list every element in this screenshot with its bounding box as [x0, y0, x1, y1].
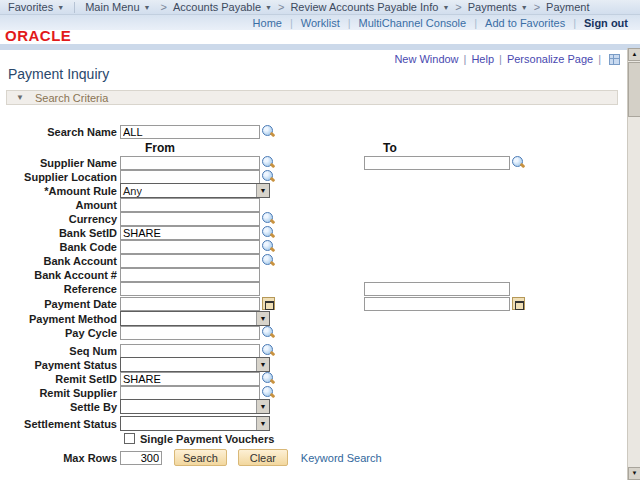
bank-account-lookup-icon[interactable]	[262, 254, 275, 267]
amount-input[interactable]	[120, 198, 260, 212]
vertical-scrollbar[interactable]: ▲ ▼	[627, 48, 640, 480]
search-button[interactable]: Search	[174, 449, 227, 466]
remit-setid-label: Remit SetID	[0, 373, 120, 385]
supplier-location-input[interactable]	[120, 170, 260, 184]
payment-date-from-calendar-icon[interactable]	[262, 297, 275, 310]
personalize-layout-icon[interactable]	[609, 54, 620, 65]
supplier-name-from-input[interactable]	[120, 156, 260, 170]
seq-num-label: Seq Num	[0, 345, 120, 357]
amount-rule-row: *Amount Rule Any ▼	[0, 183, 270, 198]
payment-date-to-input[interactable]	[364, 297, 510, 311]
seq-num-lookup-icon[interactable]	[262, 344, 275, 357]
collapse-triangle-icon[interactable]: ▼	[16, 94, 24, 102]
chevron-down-icon: ▼	[442, 4, 449, 11]
sign-out-link[interactable]: Sign out	[584, 17, 628, 29]
supplier-location-label: Supplier Location	[0, 171, 120, 183]
remit-setid-input[interactable]	[120, 372, 260, 386]
pay-cycle-input[interactable]	[120, 326, 260, 340]
bank-account-row: Bank Account	[0, 253, 275, 268]
payment-status-select[interactable]: ▼	[120, 357, 270, 372]
currency-input[interactable]	[120, 212, 260, 226]
nav-add-to-favorites-link[interactable]: Add to Favorites	[485, 17, 565, 29]
search-name-row: Search Name	[0, 124, 275, 139]
settle-by-select[interactable]: ▼	[120, 399, 270, 414]
reference-label: Reference	[0, 283, 120, 295]
pay-cycle-row: Pay Cycle	[0, 325, 275, 340]
amount-rule-value: Any	[121, 185, 142, 197]
nav-home-link[interactable]: Home	[253, 17, 282, 29]
search-name-lookup-icon[interactable]	[262, 125, 275, 138]
payment-method-select[interactable]: ▼	[120, 311, 270, 326]
bank-account-num-input[interactable]	[120, 268, 260, 282]
payment-method-label: Payment Method	[0, 313, 120, 325]
breadcrumb-payments[interactable]: Payments ▼	[466, 1, 530, 13]
crumb-label: Payments	[468, 1, 517, 13]
favorites-menu[interactable]: Favorites ▼	[0, 1, 70, 13]
actions-row: Max Rows Search Clear Keyword Search	[0, 450, 382, 465]
single-payment-vouchers-checkbox[interactable]	[124, 433, 135, 444]
settle-by-row: Settle By ▼	[0, 399, 270, 414]
supplier-location-row: Supplier Location	[0, 169, 275, 184]
bank-setid-label: Bank SetID	[0, 227, 120, 239]
supplier-name-to-input[interactable]	[364, 156, 510, 170]
remit-setid-lookup-icon[interactable]	[262, 372, 275, 385]
bank-code-input[interactable]	[120, 240, 260, 254]
main-menu-label: Main Menu	[85, 1, 139, 13]
max-rows-input[interactable]	[120, 451, 162, 465]
payment-status-row: Payment Status ▼	[0, 357, 270, 372]
chevron-down-icon: ▼	[256, 400, 269, 413]
personalize-page-link[interactable]: Personalize Page	[507, 53, 593, 65]
amount-row: Amount	[0, 197, 260, 212]
seq-num-input[interactable]	[120, 344, 260, 358]
remit-supplier-lookup-icon[interactable]	[262, 386, 275, 399]
clear-button[interactable]: Clear	[238, 449, 288, 466]
breadcrumb-accounts-payable[interactable]: Accounts Payable ▼	[171, 1, 274, 13]
divider: |	[464, 53, 467, 65]
bank-account-input[interactable]	[120, 254, 260, 268]
nav-worklist-link[interactable]: Worklist	[301, 17, 340, 29]
scroll-up-icon[interactable]: ▲	[628, 48, 640, 61]
new-window-link[interactable]: New Window	[394, 53, 458, 65]
settlement-status-row: Settlement Status ▼	[0, 416, 270, 431]
pay-cycle-lookup-icon[interactable]	[262, 326, 275, 339]
bank-account-num-row: Bank Account #	[0, 267, 260, 282]
bank-code-lookup-icon[interactable]	[262, 240, 275, 253]
supplier-name-from-lookup-icon[interactable]	[262, 156, 275, 169]
amount-rule-select[interactable]: Any ▼	[120, 183, 270, 198]
bank-account-label: Bank Account	[0, 255, 120, 267]
divider: |	[573, 17, 576, 29]
payment-date-label: Payment Date	[0, 298, 120, 310]
remit-supplier-input[interactable]	[120, 386, 260, 400]
breadcrumb: Favorites ▼ Main Menu ▼ > Accounts Payab…	[0, 0, 640, 15]
help-link[interactable]: Help	[471, 53, 494, 65]
divider: |	[499, 53, 502, 65]
chevron-down-icon: ▼	[265, 4, 272, 11]
settlement-status-label: Settlement Status	[0, 418, 120, 430]
settlement-status-select[interactable]: ▼	[120, 416, 270, 431]
page-title: Payment Inquiry	[8, 66, 109, 82]
main-menu[interactable]: Main Menu ▼	[79, 1, 156, 13]
supplier-location-lookup-icon[interactable]	[262, 170, 275, 183]
keyword-search-link[interactable]: Keyword Search	[301, 452, 382, 464]
scroll-down-icon[interactable]: ▼	[628, 467, 640, 480]
divider: |	[474, 17, 477, 29]
supplier-name-to-lookup-icon[interactable]	[512, 156, 525, 169]
chevron-down-icon: ▼	[521, 4, 528, 11]
currency-lookup-icon[interactable]	[262, 212, 275, 225]
reference-to-input[interactable]	[364, 282, 510, 296]
chevron-down-icon: ▼	[256, 312, 269, 325]
reference-from-input[interactable]	[120, 282, 260, 296]
search-name-input[interactable]	[120, 125, 260, 139]
to-column-header: To	[383, 141, 397, 155]
breadcrumb-review-ap-info[interactable]: Review Accounts Payable Info ▼	[288, 1, 451, 13]
remit-supplier-row: Remit Supplier	[0, 385, 275, 400]
payment-date-to-calendar-icon[interactable]	[512, 297, 525, 310]
search-name-label: Search Name	[0, 126, 120, 138]
payment-date-from-input[interactable]	[120, 297, 260, 311]
bank-setid-lookup-icon[interactable]	[262, 226, 275, 239]
search-criteria-section-header[interactable]: ▼ Search Criteria	[6, 90, 618, 105]
scrollbar-thumb[interactable]	[628, 62, 640, 117]
bank-setid-input[interactable]	[120, 226, 260, 240]
nav-multichannel-console-link[interactable]: MultiChannel Console	[359, 17, 467, 29]
amount-rule-label: *Amount Rule	[0, 185, 120, 197]
